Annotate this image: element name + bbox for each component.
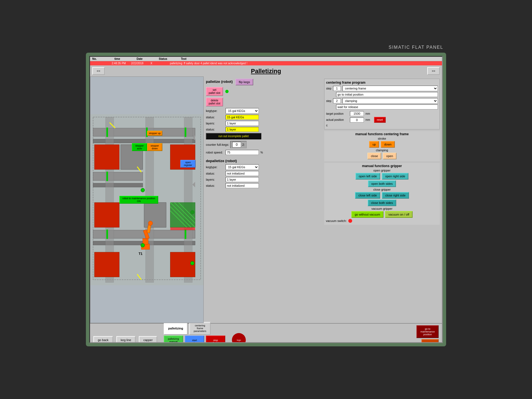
vacuum-on-off-button[interactable]: vacuum on / off bbox=[385, 211, 413, 218]
depal-lstatus-label: status: bbox=[206, 184, 224, 187]
svg-text:T1: T1 bbox=[139, 252, 142, 256]
plant-diagram-panel: T1 stopper up stopper activ stopper down… bbox=[90, 76, 204, 323]
monitor-label: SIMATIC FLAT PANEL bbox=[388, 45, 443, 50]
cf-actual-val: 0 bbox=[350, 117, 364, 122]
kegtype-label: kegtype: bbox=[206, 109, 224, 112]
svg-rect-17 bbox=[144, 203, 166, 227]
keg-line-nav-button[interactable]: keg line bbox=[116, 336, 136, 343]
centering-frame-params-button[interactable]: centering frame parameters bbox=[189, 322, 211, 335]
palletize-layers-label: layers: bbox=[206, 122, 224, 125]
manual-centering-section: manual functions centering frame stroke … bbox=[324, 131, 440, 161]
cf-step1-label: step bbox=[326, 87, 331, 90]
cf-actual-unit: mm bbox=[365, 118, 370, 121]
nav-back-button[interactable]: << bbox=[92, 67, 105, 75]
delete-pallet-slot-button[interactable]: delete pallet slot bbox=[206, 98, 223, 106]
svg-point-33 bbox=[141, 243, 145, 247]
set-pallet-slot-button[interactable]: set pallet slot bbox=[206, 87, 223, 96]
cf-reset-button[interactable]: reset bbox=[374, 117, 386, 123]
robot-speed-label: robot speed: bbox=[206, 151, 224, 154]
close-gripper-label: close gripper bbox=[326, 188, 438, 191]
stopper-down-button[interactable]: stopper down bbox=[147, 143, 162, 151]
svg-rect-21 bbox=[106, 172, 108, 181]
open-both-sides-button[interactable]: open both sides bbox=[368, 180, 396, 187]
run-out-incomplete-pallet-button[interactable]: run out incomplete pallet bbox=[206, 133, 261, 139]
svg-point-32 bbox=[141, 188, 145, 192]
capper-nav-button[interactable]: capper bbox=[139, 336, 157, 343]
nav-forward-button[interactable]: >> bbox=[427, 67, 440, 75]
cf-step1-desc: go to initial position bbox=[336, 92, 438, 97]
bottom-nav: go back keg line capper palletizing cent… bbox=[90, 323, 442, 343]
open-register-button[interactable]: open register bbox=[180, 160, 196, 168]
right-corner-buttons: go to maintenance position ACK bbox=[416, 325, 439, 343]
open-right-side-button[interactable]: open right side bbox=[382, 173, 408, 180]
cf-step1-select[interactable]: centering frame bbox=[342, 86, 438, 91]
open-gripper-label: open gripper bbox=[326, 169, 438, 172]
svg-rect-44 bbox=[170, 227, 195, 230]
stroke-up-button[interactable]: up bbox=[369, 141, 379, 148]
svg-rect-5 bbox=[93, 183, 143, 187]
palletize-status-value: 15 gal KEGs bbox=[226, 115, 259, 120]
alarm-row: 2:48:35 PM 2/22/2018 X palletizing: ff s… bbox=[90, 61, 442, 65]
palletizing-manual-mode-button[interactable]: palletizing manual mode bbox=[164, 336, 183, 343]
palletize-title: palletize (robot) bbox=[206, 80, 233, 84]
cf-step2-label: step bbox=[326, 99, 331, 103]
stroke-label: stroke bbox=[326, 137, 438, 140]
mode-group: palletizing centering frame parameters p… bbox=[164, 322, 225, 343]
depal-layers-value: 1 layer bbox=[226, 177, 259, 182]
counter-label: counter full-kegs: bbox=[206, 143, 229, 146]
svg-rect-22 bbox=[106, 229, 108, 239]
stopper-up-button[interactable]: stopper up bbox=[147, 131, 162, 136]
alarm-text: palletizing: ff safety door 4 pallet ide… bbox=[170, 62, 247, 65]
controls-panel: palletize (robot) flip kegs set pallet s… bbox=[204, 76, 442, 323]
depalletize-title: depalletize (robot) bbox=[206, 159, 237, 163]
cf-step2-val: 2 bbox=[333, 98, 341, 103]
svg-rect-11 bbox=[94, 145, 119, 170]
svg-point-31 bbox=[148, 221, 153, 226]
palletize-lstatus-value: 1 layer bbox=[226, 127, 259, 132]
svg-rect-23 bbox=[185, 229, 186, 239]
stroke-down-button[interactable]: down bbox=[381, 141, 395, 148]
vacuum-switch-label: vacuum switch: bbox=[326, 219, 347, 222]
palletizing-nav-button[interactable]: palletizing bbox=[164, 322, 188, 335]
go-to-maintenance-button[interactable]: go to maintenance position bbox=[416, 325, 439, 338]
start-robot-button[interactable]: start robot bbox=[185, 336, 204, 343]
clamping-close-button[interactable]: close bbox=[367, 153, 381, 159]
cf-target-val: 1500 bbox=[350, 111, 364, 116]
cf-step2-desc: wait for release bbox=[336, 104, 438, 109]
palletize-layers-value: 1 layer bbox=[226, 121, 259, 126]
depal-kegtype-label: kegtype: bbox=[206, 165, 224, 169]
clamping-label: clamping bbox=[326, 149, 438, 152]
page-title: Palletizing bbox=[90, 66, 442, 76]
stopper-activ-button[interactable]: stopper activ bbox=[132, 143, 147, 151]
robot-maintenance-button[interactable]: robot to maintenance position ON bbox=[119, 196, 158, 204]
kegtype-select[interactable]: 15 gal KEGs bbox=[226, 108, 259, 114]
cf-arrow: c bbox=[326, 124, 438, 127]
depal-kegtype-select[interactable]: 15 gal KEGs bbox=[226, 164, 259, 170]
svg-point-35 bbox=[190, 261, 194, 265]
centering-frame-section: centering frame program step 1 centering… bbox=[324, 79, 440, 129]
manual-gripper-section: manual functions gripper open gripper op… bbox=[324, 163, 440, 225]
palletize-status-label: status: bbox=[206, 116, 224, 119]
manual-gripper-title: manual functions gripper bbox=[326, 164, 438, 168]
depalletize-robot-section: depalletize (robot) kegtype: 15 gal KEGs… bbox=[206, 158, 321, 188]
close-right-side-button[interactable]: close right side bbox=[382, 192, 409, 199]
go-back-nav-button[interactable]: go back bbox=[93, 336, 113, 343]
open-left-side-button[interactable]: open left side bbox=[355, 173, 380, 180]
stop-palletizing-button[interactable]: stop palletizing bbox=[206, 336, 225, 343]
close-left-side-button[interactable]: close left side bbox=[355, 192, 380, 199]
go-without-vacuum-button[interactable]: go without vacuum bbox=[351, 211, 383, 218]
ack-button[interactable]: ACK bbox=[421, 339, 439, 343]
svg-rect-12 bbox=[94, 203, 119, 227]
depal-lstatus-value: not initialized bbox=[226, 183, 259, 188]
close-both-sides-button[interactable]: close both sides bbox=[368, 200, 396, 206]
alarm-no bbox=[92, 62, 109, 65]
alarm-header: No. time Date Status Text bbox=[90, 57, 442, 61]
robot-speed-input[interactable] bbox=[226, 150, 259, 155]
cf-step2-select[interactable]: clamping bbox=[342, 98, 438, 104]
flip-kegs-button[interactable]: flip kegs bbox=[236, 79, 253, 85]
depal-status-label: status: bbox=[206, 172, 224, 175]
svg-rect-20 bbox=[185, 127, 186, 137]
cf-title: centering frame program bbox=[326, 81, 438, 85]
palletize-lstatus-label: status: bbox=[206, 128, 224, 131]
clamping-open-button[interactable]: open bbox=[383, 153, 396, 159]
